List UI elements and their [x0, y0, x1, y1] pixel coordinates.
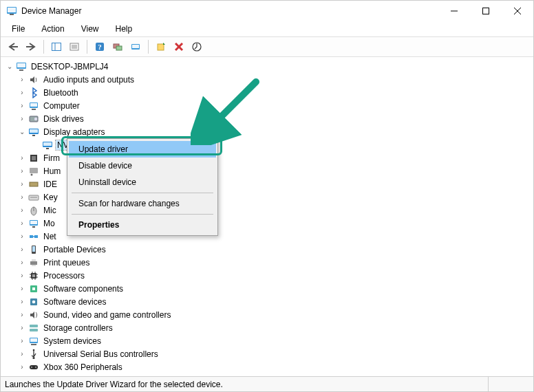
uninstall-button[interactable] [171, 39, 187, 55]
tree-category-18[interactable]: ›Storage controllers [5, 321, 529, 334]
expand-icon[interactable]: › [17, 193, 27, 202]
tree-node-label: Storage controllers [42, 323, 114, 333]
tree-category-19[interactable]: ›System devices [5, 334, 529, 347]
menu-view[interactable]: View [74, 23, 106, 35]
svg-rect-39 [30, 168, 38, 173]
system-icon [28, 336, 39, 347]
expand-icon[interactable]: › [17, 271, 27, 281]
svg-rect-1 [8, 8, 16, 12]
tree-category-12[interactable]: ›Portable Devices [5, 243, 529, 256]
context-menu-item-uninstall-device[interactable]: Uninstall device [69, 174, 216, 190]
tree-node-label: Sound, video and game controllers [42, 310, 172, 320]
menu-help[interactable]: Help [109, 23, 140, 35]
properties-button[interactable] [66, 39, 83, 55]
show-hide-console-tree-button[interactable] [48, 39, 65, 55]
help-button[interactable]: ? [92, 39, 108, 55]
expand-icon[interactable]: › [17, 75, 27, 85]
tree-category-16[interactable]: ›Software devices [5, 295, 529, 308]
svg-rect-70 [30, 325, 38, 327]
expand-icon[interactable]: › [17, 245, 27, 254]
update-driver-button[interactable] [127, 39, 144, 55]
svg-rect-55 [32, 259, 36, 261]
expand-icon[interactable]: › [17, 323, 27, 333]
printer-icon [28, 257, 39, 268]
tree-node-label: Hum [42, 166, 62, 176]
audio-icon [28, 74, 39, 85]
scan-hardware-button[interactable] [109, 39, 126, 55]
expand-icon[interactable]: › [17, 166, 27, 176]
context-menu-item-disable-device[interactable]: Disable device [69, 157, 216, 174]
context-menu-item-properties[interactable]: Properties [69, 217, 216, 233]
tree-category-17[interactable]: ›Sound, video and game controllers [5, 308, 529, 321]
refresh-button[interactable] [189, 39, 205, 55]
expand-icon[interactable]: › [17, 336, 27, 346]
expand-icon[interactable]: › [17, 219, 27, 228]
forward-button[interactable] [23, 39, 39, 55]
tree-root[interactable]: ⌄DESKTOP-JBMPLJ4 [5, 60, 529, 73]
svg-rect-27 [30, 103, 37, 107]
svg-rect-24 [17, 63, 25, 67]
svg-rect-73 [30, 338, 37, 342]
tree-node-label: Key [42, 193, 59, 202]
monitor-icon [28, 218, 39, 229]
tree-category-1[interactable]: ›Bluetooth [5, 86, 529, 99]
window-title: Device Manager [21, 6, 81, 16]
collapse-icon[interactable]: ⌄ [5, 62, 14, 72]
expand-icon[interactable]: › [17, 179, 27, 189]
expand-icon[interactable]: › [17, 114, 27, 124]
menu-action[interactable]: Action [34, 23, 71, 35]
expand-icon[interactable]: › [17, 284, 27, 294]
bluetooth-icon [28, 87, 39, 98]
software-dev-icon [28, 296, 39, 307]
expand-icon[interactable]: › [17, 362, 27, 372]
tree-category-14[interactable]: ›Processors [5, 269, 529, 282]
tree-category-15[interactable]: ›Software components [5, 282, 529, 295]
svg-rect-50 [34, 235, 38, 238]
svg-rect-36 [46, 148, 49, 149]
processor-icon [28, 270, 39, 281]
window-controls [438, 1, 533, 21]
tree-category-21[interactable]: ›Xbox 360 Peripherals [5, 360, 529, 373]
expand-icon[interactable]: › [17, 258, 27, 268]
minimize-button[interactable] [438, 1, 470, 21]
menu-file[interactable]: File [5, 23, 32, 35]
svg-point-69 [32, 300, 36, 303]
keyboard-icon [28, 192, 39, 203]
tree-category-20[interactable]: ›Universal Serial Bus controllers [5, 347, 529, 360]
expand-icon[interactable]: › [17, 206, 27, 215]
device-tree[interactable]: ⌄DESKTOP-JBMPLJ4›Audio inputs and output… [1, 57, 533, 376]
tree-category-4[interactable]: ⌄Display adapters [5, 125, 529, 138]
tree-node-label: Software devices [42, 297, 107, 307]
collapse-icon[interactable]: ⌄ [17, 127, 27, 137]
svg-rect-18 [132, 45, 139, 48]
add-legacy-button[interactable] [153, 39, 169, 55]
menu-bar: File Action View Help [1, 21, 533, 36]
sound-icon [28, 309, 39, 320]
svg-rect-16 [116, 46, 122, 50]
disk-icon [28, 113, 39, 124]
svg-rect-35 [43, 142, 52, 146]
close-button[interactable] [502, 1, 533, 21]
expand-icon[interactable]: › [17, 297, 27, 307]
mouse-icon [28, 205, 39, 216]
expand-icon[interactable]: › [17, 349, 27, 359]
tree-category-0[interactable]: ›Audio inputs and outputs [5, 73, 529, 86]
desktop-icon [16, 61, 27, 72]
context-menu-item-scan-for-hardware-changes[interactable]: Scan for hardware changes [69, 195, 216, 212]
tree-category-2[interactable]: ›Computer [5, 99, 529, 112]
svg-rect-2 [10, 14, 14, 15]
expand-icon[interactable]: › [17, 153, 27, 163]
svg-rect-54 [30, 261, 37, 265]
svg-rect-74 [31, 344, 36, 345]
expand-icon[interactable]: › [17, 310, 27, 320]
context-menu-item-update-driver[interactable]: Update driver [69, 141, 216, 157]
svg-rect-33 [32, 135, 35, 136]
expand-icon[interactable]: › [17, 88, 27, 98]
tree-category-13[interactable]: ›Print queues [5, 256, 529, 269]
expand-icon[interactable]: › [17, 101, 27, 111]
tree-category-3[interactable]: ›Disk drives [5, 112, 529, 125]
maximize-button[interactable] [470, 1, 502, 21]
expand-icon[interactable]: › [17, 232, 27, 241]
context-menu-separator [72, 193, 213, 193]
back-button[interactable] [5, 39, 21, 55]
